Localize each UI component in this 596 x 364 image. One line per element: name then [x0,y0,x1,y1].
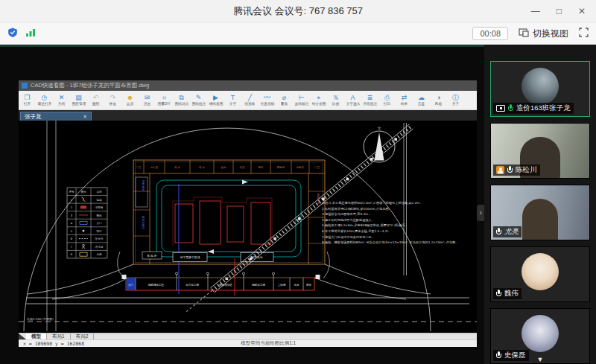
cad-toolbar-button-26[interactable]: ⓘ关于 [447,91,464,109]
svg-text:图例: 图例 [80,191,86,194]
cad-toolbar-button-17[interactable]: ⊢连续标注 [293,91,310,109]
svg-text:门卫: 门卫 [136,165,142,169]
svg-text:上料棚: 上料棚 [278,284,286,287]
svg-text:消防栓: 消防栓 [95,205,104,209]
svg-text:宿 舍: 宿 舍 [174,166,180,169]
fullscreen-icon[interactable] [579,27,589,40]
cad-doc-tab[interactable]: 张子龙 ✕ [20,112,92,121]
svg-text:8: 8 [71,253,73,256]
meeting-toolbar: 00:08 切换视图 [0,22,596,45]
svg-text:2.临时道路采用C20砼浇筑,厚150mm,占地见图。: 2.临时道路采用C20砼浇筑,厚150mm,占地见图。 [322,207,392,211]
svg-text:配电房: 配电房 [277,165,285,169]
participant-name: 史保磊 [504,351,526,360]
avatar [522,253,559,290]
svg-text:序号: 序号 [69,190,74,194]
participant-tile-zhangzilong[interactable]: 造价163班张子龙 [490,61,590,117]
maximize-button[interactable]: □ [557,6,562,16]
svg-text:路灯: 路灯 [96,229,102,233]
cad-toolbar-button-19[interactable]: ％比例 [327,91,344,109]
svg-text:冲洗池: 冲洗池 [95,246,104,249]
meeting-titlebar: 腾讯会议 会议号: 767 836 757 — □ ✕ [0,0,596,22]
cad-toolbar-button-25[interactable]: ◑风格 [430,91,447,109]
security-shield-icon[interactable] [7,27,18,41]
cad-toolbar-button-12[interactable]: ▶继续看图 [207,91,224,109]
power-room-label: 配 电 房 [148,254,157,258]
cad-toolbar-button-4[interactable]: ▤图层管理 [70,91,87,109]
layout-tab-model[interactable]: 模型 [26,333,47,339]
svg-text:电箱: 电箱 [96,198,102,202]
left-col-label-1: 钢筋堆场 [142,179,145,191]
cad-toolbar-button-9[interactable]: ⌗测量DIY [156,91,173,109]
scroll-more-icon[interactable]: ▼ [537,356,544,363]
cad-statusbar: x = 109690 y = 162068 模型空间当前绘图比例1:1 [19,339,477,347]
svg-text:3.现场排水沟沿围墙布置,宽0.3m。: 3.现场排水沟沿围墙布置,宽0.3m。 [322,212,371,217]
participant-tile-chensongchuan[interactable]: 陈松川 [490,123,590,179]
svg-text:7.现场大门处设冲洗池及沉淀池二处。: 7.现场大门处设冲洗池及沉淀池二处。 [322,235,375,240]
close-button[interactable]: ✕ [578,6,586,16]
svg-text:1: 1 [71,199,72,202]
svg-text:7: 7 [71,246,72,249]
cad-toolbar-button-10[interactable]: ⧉图纸对比 [173,91,190,109]
cad-toolbar-button-18[interactable]: ⌖绘分坐图 [310,91,327,109]
cad-toolbar-button-13[interactable]: T文字 [224,91,241,109]
cad-canvas[interactable]: 钢筋堆场 垂直运输区 模板堆场 地下室施工区域 [19,121,477,333]
cad-toolbar-button-23[interactable]: ⇄转单 [396,91,413,109]
cad-toolbar-button-6[interactable]: ↷恢复 [104,91,121,109]
svg-text:钢筋棚加工区: 钢筋棚加工区 [148,283,165,287]
participant-tile-weiwei[interactable]: 魏伟 [490,246,590,302]
svg-text:厕所: 厕所 [259,166,264,169]
switch-view-button[interactable]: 切换视图 [519,28,568,40]
cad-toolbar-button-8[interactable]: ✉消息 [139,91,156,109]
svg-text:宿 舍: 宿 舍 [199,166,205,169]
participant-tile-youliang[interactable]: 尤亮 [490,185,590,240]
layout-tab-wedge [19,333,26,339]
cad-doc-tabrow: 张子龙 ✕ [19,110,477,121]
network-signal-icon[interactable] [25,27,36,40]
cad-drawing: 钢筋堆场 垂直运输区 模板堆场 地下室施工区域 [19,121,477,333]
cad-toolbar-button-16[interactable]: ⌀量角 [276,91,293,109]
shared-cad-window: CAD快速看图 - 1班7组张子龙的平面布置图.dwg ❐打开◷最近打开✕关闭▤… [19,80,477,347]
svg-text:仓库: 仓库 [294,284,300,287]
cad-toolbar-button-20[interactable]: A文字放大 [344,91,361,109]
participant-name: 造价163班张子龙 [516,103,571,113]
cad-toolbar-button-15[interactable]: 〰任意画线 [259,91,276,109]
cad-toolbar-button-1[interactable]: ❐打开 [19,91,36,109]
cad-toolbar-button-11[interactable]: ✎图纸批注 [190,91,207,109]
cad-toolbar-button-3[interactable]: ✕关闭 [53,91,70,109]
minimize-button[interactable]: — [531,6,540,16]
cad-toolbar: ❐打开◷最近打开✕关闭▤图层管理↶撤销↷恢复☻会员✉消息⌗测量DIY⧉图纸对比✎… [19,91,477,110]
mic-icon [496,351,501,360]
mic-icon [507,166,513,174]
svg-text:8.钢筋、模板堆场面积约80m², 另办公区占地3m×10=: 8.钢筋、模板堆场面积约80m², 另办公区占地3m×10=30m², 生活区占… [322,240,458,245]
participant-label: 魏伟 [493,288,522,299]
silhouette [522,199,558,240]
collapse-sidebar-chevron-icon[interactable]: › [477,205,484,221]
svg-text:5.钢筋加工棚5.5×6m,采用Φ48钢管搭设,顶覆QT2-: 5.钢筋加工棚5.5×6m,采用Φ48钢管搭设,顶覆QT2-4彩钢瓦。 [322,223,408,228]
participant-label: 造价163班张子龙 [493,103,574,114]
tab-close-icon[interactable]: ✕ [83,114,87,120]
cad-toolbar-button-2[interactable]: ◷最近打开 [36,91,53,109]
left-col-label-2: 垂直运输区 [142,216,145,229]
cad-app-icon [22,83,28,89]
cad-toolbar-button-21[interactable]: ≣所有批注 [361,91,378,109]
drawing-scale: 模型空间当前绘图比例1:1 [241,340,296,347]
cad-toolbar-button-7[interactable]: ☻会员 [121,91,139,109]
svg-text:4: 4 [71,222,73,225]
svg-text:围墙: 围墙 [96,214,102,217]
layout-tab-layout1[interactable]: 布局1 [47,333,71,339]
svg-text:名称: 名称 [96,191,102,194]
person-badge-icon [496,166,504,174]
cad-toolbar-button-14[interactable]: ╱画直线 [241,91,259,109]
drawing-legend: 序号图例名称1电箱2消防栓3围墙4大门5路灯6排水沟7冲洗池8仓库 [67,188,107,258]
cad-toolbar-button-22[interactable]: ⎙打印 [378,91,396,109]
svg-text:木方加工棚: 木方加工棚 [186,283,199,287]
cad-toolbar-button-24[interactable]: ☁云盘 [413,91,430,109]
participant-name: 尤亮 [504,227,519,237]
cad-layout-tabs: 模型 布局1 布局2 [19,333,477,339]
svg-text:材料库: 材料库 [296,166,305,169]
layout-tab-layout2[interactable]: 布局2 [71,333,95,339]
cursor-coordinates: x = 109690 y = 162068 [23,341,84,347]
svg-text:模板堆放区: 模板堆放区 [219,283,232,287]
cad-toolbar-button-5[interactable]: ↶撤销 [87,91,104,109]
svg-text:大门: 大门 [96,221,102,225]
